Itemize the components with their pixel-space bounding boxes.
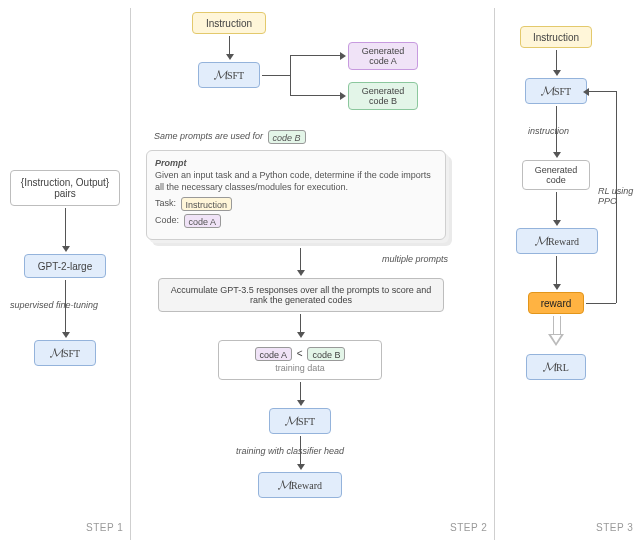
s2-accum-box: Accumulate GPT-3.5 responses over all th… (158, 278, 444, 312)
s3-hollow-stem (553, 316, 561, 334)
s2-arr-prompt-down (300, 248, 301, 272)
s2-msft-text: 𝓜SFT (214, 67, 244, 83)
s2-arr-prompt-down-h (297, 270, 305, 276)
s1-msft-box: 𝓜SFT (34, 340, 96, 366)
s2-msft: 𝓜SFT (198, 62, 260, 88)
s2-multiple-prompts: multiple prompts (382, 254, 448, 264)
s3-arr3 (556, 192, 557, 222)
s2-arr-accum-down (300, 314, 301, 334)
s1-arrow-2-head (62, 332, 70, 338)
s2-cmp-codeB: code B (307, 347, 345, 361)
s2-branch-v (290, 55, 291, 95)
step-1-label: STEP 1 (86, 522, 123, 533)
s2-prompt-body: Given an input task and a Python code, d… (155, 169, 437, 193)
separator-1 (130, 8, 131, 540)
s1-sft-edge-label: supervised fine-tuning (10, 300, 98, 310)
s3-hollow-arrow (548, 334, 564, 346)
s3-mreward: 𝓜Reward (516, 228, 598, 254)
s3-arr1-h (553, 70, 561, 76)
s3-msft: 𝓜SFT (525, 78, 587, 104)
s2-prompt-card: Prompt Given an input task and a Python … (146, 150, 446, 240)
s2-branch-top-head (340, 52, 346, 60)
s2-msft-2: 𝓜SFT (269, 408, 331, 434)
s2-arr-instr (229, 36, 230, 56)
s2-training-data-box: code A < code B training data (218, 340, 382, 380)
s3-arr2-h (553, 152, 561, 158)
s1-msft-text: 𝓜SFT (50, 345, 80, 361)
step-2-label: STEP 2 (450, 522, 487, 533)
s2-branch-bot-head (340, 92, 346, 100)
s2-arr-td-down-h (297, 400, 305, 406)
s2-arr-td-down (300, 382, 301, 402)
s2-comparison-row: code A < code B (253, 347, 348, 361)
s3-msft-text: 𝓜SFT (541, 83, 571, 99)
s2-training-data-label: training data (275, 363, 325, 373)
s3-mrl-text: 𝓜RL (543, 359, 569, 375)
s3-instruction-edge: instruction (528, 126, 569, 136)
separator-2 (494, 8, 495, 540)
s2-classifier-edge: training with classifier head (236, 446, 344, 456)
s2-mreward-text: 𝓜Reward (278, 477, 322, 493)
s2-branch-stem (262, 75, 290, 76)
s2-same-prompts-text: Same prompts are used for (154, 131, 263, 141)
diagram-canvas: STEP 1 STEP 2 STEP 3 {Instruction, Outpu… (0, 0, 640, 548)
s2-arr-clf-h (297, 464, 305, 470)
s2-prompt-title: Prompt (155, 158, 187, 168)
s2-code-label: Code: (155, 216, 179, 226)
s3-instruction: Instruction (520, 26, 592, 48)
s1-gpt2-box: GPT-2-large (24, 254, 106, 278)
step-3-label: STEP 3 (596, 522, 633, 533)
s2-arr-accum-down-h (297, 332, 305, 338)
s3-mreward-text: 𝓜Reward (535, 233, 579, 249)
s1-arrow-1 (65, 208, 66, 248)
s3-loop-b3 (589, 91, 616, 92)
s2-codeB-chip: code B (268, 130, 306, 144)
s2-task-label: Task: (155, 199, 176, 209)
s2-instruction-chip: Instruction (181, 197, 233, 211)
s2-cmp-codeA: code A (255, 347, 293, 361)
s3-rl-edge: RL using PPO (598, 186, 633, 206)
s3-loop-b1 (586, 303, 616, 304)
s3-loop-head (583, 88, 589, 96)
s3-gen-code: Generated code (522, 160, 590, 190)
s3-reward: reward (528, 292, 584, 314)
s3-arr4-h (553, 284, 561, 290)
s3-arr1 (556, 50, 557, 72)
s3-arr3-h (553, 220, 561, 226)
s2-lt: < (297, 348, 303, 359)
s1-arrow-1-head (62, 246, 70, 252)
s3-mrl: 𝓜RL (526, 354, 586, 380)
s2-arr-instr-head (226, 54, 234, 60)
s2-msft-2-text: 𝓜SFT (285, 413, 315, 429)
s3-arr4 (556, 256, 557, 286)
s2-codeA-chip: code A (184, 214, 222, 228)
s2-instruction: Instruction (192, 12, 266, 34)
s2-same-prompts: Same prompts are used for code B (154, 130, 308, 144)
s2-mreward: 𝓜Reward (258, 472, 342, 498)
s2-branch-top (290, 55, 342, 56)
s2-branch-bot (290, 95, 342, 96)
s2-code-a: Generated code A (348, 42, 418, 70)
s1-pairs-box: {Instruction, Output} pairs (10, 170, 120, 206)
s2-code-b: Generated code B (348, 82, 418, 110)
